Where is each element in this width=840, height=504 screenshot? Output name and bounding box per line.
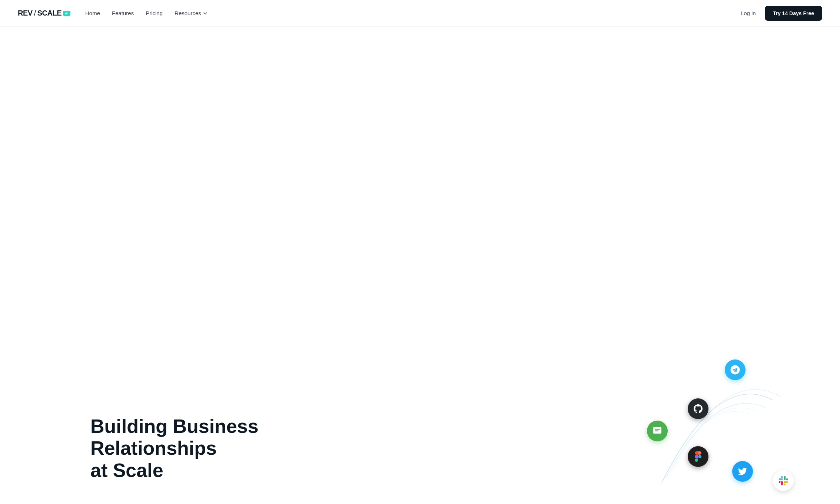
svg-rect-0 [653,427,661,434]
chevron-down-icon [203,11,208,16]
logo-rev: REV [18,9,33,17]
hero-text: Building Business Relationships at Scale [90,415,261,482]
logo[interactable]: REV/SCALE AI [18,9,70,17]
bottom-section: Building Business Relationships at Scale [0,274,840,504]
navbar: REV/SCALE AI Home Features Pricing Resou… [0,0,840,27]
nav-link-features[interactable]: Features [112,10,134,16]
nav-item-home[interactable]: Home [85,10,100,17]
svg-rect-1 [655,429,660,430]
hero-heading-line2: at Scale [90,460,163,481]
nav-resources-container[interactable]: Resources [175,10,208,16]
svg-rect-2 [655,431,658,432]
nav-links: Home Features Pricing Resources [85,10,208,17]
slack-icon [778,475,789,486]
logo-text: REV/SCALE AI [18,9,70,17]
figma-icon-circle [688,446,708,467]
main-content: Building Business Relationships at Scale [0,0,840,504]
nav-item-pricing[interactable]: Pricing [146,10,163,17]
hero-heading: Building Business Relationships at Scale [90,415,261,482]
login-link[interactable]: Log in [741,10,756,16]
logo-slash: / [34,9,36,17]
twitter-icon-circle [732,461,753,482]
try-free-button[interactable]: Try 14 Days Free [765,6,822,21]
twitter-icon [737,466,748,477]
nav-right: Log in Try 14 Days Free [741,6,822,21]
telegram-icon [730,364,741,375]
nav-link-pricing[interactable]: Pricing [146,10,163,16]
nav-left: REV/SCALE AI Home Features Pricing Resou… [18,9,208,17]
logo-scale: SCALE [37,9,62,17]
nav-link-resources[interactable]: Resources [175,10,201,16]
google-chat-icon [652,425,663,437]
nav-item-resources[interactable]: Resources [175,10,208,16]
github-icon-circle [688,398,708,419]
google-chat-icon-circle [647,421,668,441]
figma-icon [693,451,703,462]
telegram-icon-circle [725,359,746,380]
logo-badge: AI [63,11,70,16]
github-icon [693,403,704,414]
hero-heading-line1: Building Business Relationships [90,415,259,459]
integration-diagram [633,341,803,504]
nav-item-features[interactable]: Features [112,10,134,17]
nav-link-home[interactable]: Home [85,10,100,16]
slack-icon-circle [773,470,794,491]
